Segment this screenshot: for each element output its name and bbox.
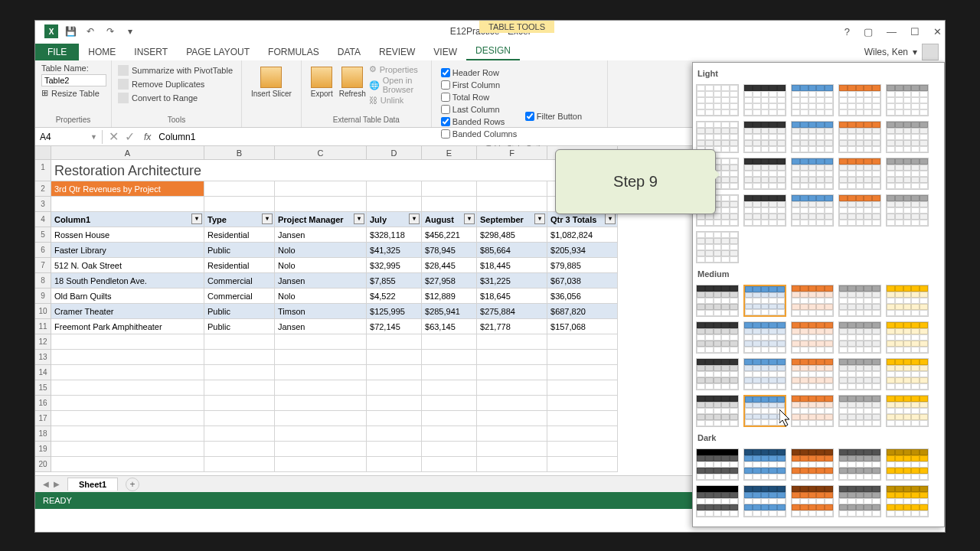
user-avatar[interactable]	[922, 44, 939, 60]
cell[interactable]: Jansen	[275, 273, 367, 289]
table-style-swatch[interactable]	[696, 121, 739, 153]
table-style-swatch[interactable]	[743, 194, 786, 227]
cell[interactable]: $328,118	[367, 227, 422, 243]
cell[interactable]: $41,325	[367, 243, 422, 258]
table-style-swatch[interactable]	[791, 485, 834, 517]
cell[interactable]	[477, 442, 547, 457]
cell[interactable]	[51, 334, 204, 350]
cell[interactable]: $78,945	[422, 243, 477, 258]
cell[interactable]	[477, 334, 547, 350]
cell[interactable]: $85,664	[477, 243, 547, 258]
table-style-swatch[interactable]	[791, 121, 834, 153]
export-button[interactable]: Export	[311, 67, 333, 103]
table-style-swatch[interactable]	[791, 158, 834, 190]
cell[interactable]: Nolo	[275, 258, 367, 273]
cell[interactable]	[422, 411, 477, 426]
cell[interactable]	[367, 457, 422, 472]
cell[interactable]	[422, 457, 477, 472]
row-header[interactable]: 4	[35, 212, 51, 227]
table-style-swatch[interactable]	[886, 121, 929, 153]
table-style-swatch[interactable]	[791, 395, 834, 427]
cell[interactable]: $21,778	[477, 319, 547, 334]
cell[interactable]	[547, 334, 618, 350]
view-tab[interactable]: VIEW	[424, 44, 466, 60]
remove-duplicates-button[interactable]: Remove Duplicates	[118, 77, 235, 91]
header-row-check[interactable]: Header Row	[441, 67, 525, 79]
table-style-swatch[interactable]	[886, 321, 929, 354]
cell[interactable]	[422, 380, 477, 396]
cell[interactable]: $205,934	[547, 243, 618, 258]
table-style-swatch[interactable]	[838, 485, 881, 517]
table-style-swatch[interactable]	[838, 194, 881, 227]
summarize-pivot-button[interactable]: Summarize with PivotTable	[118, 64, 235, 77]
cell[interactable]: Nolo	[275, 289, 367, 304]
cell[interactable]	[204, 365, 275, 380]
design-tab[interactable]: DESIGN	[466, 42, 520, 60]
convert-range-button[interactable]: Convert to Range	[118, 91, 235, 105]
save-icon[interactable]: 💾	[64, 25, 77, 37]
name-box[interactable]: A4▼	[35, 130, 103, 144]
cell[interactable]: Public	[204, 304, 275, 319]
cell[interactable]: Rossen House	[51, 227, 204, 243]
cell[interactable]	[367, 442, 422, 457]
row-header[interactable]: 8	[35, 273, 51, 289]
cell[interactable]	[547, 380, 618, 396]
cell[interactable]: Public	[204, 319, 275, 334]
data-tab[interactable]: DATA	[328, 44, 370, 60]
cell[interactable]: $79,885	[547, 258, 618, 273]
row-header[interactable]: 15	[35, 380, 51, 396]
cell[interactable]: 512 N. Oak Street	[51, 258, 204, 273]
row-header[interactable]: 16	[35, 396, 51, 411]
cell[interactable]	[51, 442, 204, 457]
row-header[interactable]: 3	[35, 197, 51, 212]
col-header[interactable]: F	[477, 146, 547, 159]
cell[interactable]: $32,995	[367, 258, 422, 273]
cell[interactable]	[275, 457, 367, 472]
cell[interactable]	[547, 457, 618, 472]
cell[interactable]: 18 South Pendleton Ave.	[51, 273, 204, 289]
filter-icon[interactable]: ▾	[191, 214, 202, 224]
table-style-swatch[interactable]	[886, 285, 929, 317]
col-header[interactable]: C	[275, 146, 367, 159]
cell[interactable]	[422, 442, 477, 457]
cell[interactable]	[275, 442, 367, 457]
row-header[interactable]: 17	[35, 411, 51, 426]
help-icon[interactable]: ?	[844, 26, 850, 37]
cell[interactable]: Commercial	[204, 273, 275, 289]
cell[interactable]: $63,145	[422, 319, 477, 334]
cell[interactable]: Cramer Theater	[51, 304, 204, 319]
table-style-swatch[interactable]	[743, 448, 786, 481]
table-style-swatch[interactable]	[886, 84, 929, 116]
user-name[interactable]: Wiles, Ken	[864, 47, 908, 57]
cell[interactable]: Nolo	[275, 243, 367, 258]
cell[interactable]	[547, 365, 618, 380]
row-header[interactable]: 6	[35, 243, 51, 258]
first-column-check[interactable]: First Column	[441, 79, 525, 91]
col-header[interactable]: D	[367, 146, 422, 159]
cell[interactable]: Faster Library	[51, 243, 204, 258]
table-style-swatch[interactable]	[838, 358, 881, 390]
table-style-swatch[interactable]	[696, 485, 739, 517]
table-style-swatch[interactable]	[696, 84, 739, 116]
table-style-swatch[interactable]	[838, 285, 881, 317]
cell[interactable]	[51, 350, 204, 365]
undo-icon[interactable]: ↶	[84, 25, 96, 37]
filter-button-check[interactable]: Filter Button	[525, 93, 607, 140]
cell[interactable]: $4,522	[367, 289, 422, 304]
filter-icon[interactable]: ▾	[534, 214, 545, 224]
cell[interactable]: $28,445	[422, 258, 477, 273]
table-style-swatch[interactable]	[743, 121, 786, 153]
row-header[interactable]: 1	[35, 160, 51, 181]
cell[interactable]: $7,855	[367, 273, 422, 289]
table-style-swatch[interactable]	[838, 395, 881, 427]
cell[interactable]	[477, 350, 547, 365]
cell[interactable]	[547, 442, 618, 457]
refresh-button[interactable]: Refresh	[339, 67, 366, 103]
col-header[interactable]: A	[51, 146, 204, 159]
sheet-nav-right-icon[interactable]: ▶	[54, 480, 60, 488]
cell[interactable]	[422, 426, 477, 442]
cell[interactable]	[51, 457, 204, 472]
cell[interactable]: $27,958	[422, 273, 477, 289]
sheet-tab[interactable]: Sheet1	[67, 478, 118, 491]
enter-formula-icon[interactable]: ✓	[125, 129, 135, 144]
